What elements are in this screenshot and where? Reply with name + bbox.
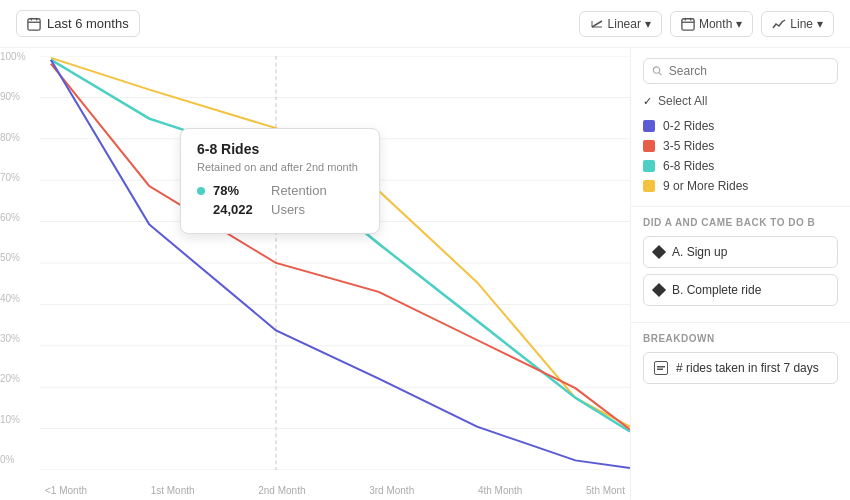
breakdown-section-label: BREAKDOWN [643, 333, 838, 344]
breakdown-icon [654, 361, 668, 375]
x-label-2ndmonth: 2nd Month [258, 485, 305, 496]
legend-color-9plus [643, 180, 655, 192]
line-chevron: ▾ [817, 17, 823, 31]
linear-control-button[interactable]: Linear ▾ [579, 11, 662, 37]
linear-icon [590, 17, 604, 31]
tooltip-retention-value: 78% [213, 183, 263, 198]
x-label-5thmonth: 5th Mont [586, 485, 625, 496]
legend-item-6-8[interactable]: 6-8 Rides [643, 156, 838, 176]
y-label-50: 50% [0, 252, 36, 263]
main-content: 100% 90% 80% 70% 60% 50% 40% 30% 20% 10%… [0, 48, 850, 500]
svg-point-24 [653, 67, 659, 73]
svg-rect-26 [657, 366, 665, 368]
y-label-20: 20% [0, 373, 36, 384]
svg-rect-0 [28, 18, 40, 29]
y-label-40: 40% [0, 292, 36, 303]
linear-label: Linear [608, 17, 641, 31]
legend-search-box[interactable] [643, 58, 838, 84]
x-label-3rdmonth: 3rd Month [369, 485, 414, 496]
svg-rect-27 [657, 369, 663, 371]
legend-section: ✓ Select All 0-2 Rides 3-5 Rides 6-8 Rid… [631, 48, 850, 207]
legend-label-9plus: 9 or More Rides [663, 179, 748, 193]
y-label-90: 90% [0, 91, 36, 102]
month-label: Month [699, 17, 732, 31]
legend-item-3-5[interactable]: 3-5 Rides [643, 136, 838, 156]
tooltip-retention-row: 78% Retention [197, 183, 363, 198]
breakdown-button-label: # rides taken in first 7 days [676, 361, 819, 375]
tooltip-users-value: 24,022 [213, 202, 263, 217]
legend-color-0-2 [643, 120, 655, 132]
linear-chevron: ▾ [645, 17, 651, 31]
legend-label-6-8: 6-8 Rides [663, 159, 714, 173]
legend-search-input[interactable] [669, 64, 829, 78]
action-b-button[interactable]: B. Complete ride [643, 274, 838, 306]
legend-item-0-2[interactable]: 0-2 Rides [643, 116, 838, 136]
tooltip-users-label: Users [271, 202, 305, 217]
breakdown-section: BREAKDOWN # rides taken in first 7 days [631, 323, 850, 394]
calendar-icon [27, 17, 41, 31]
date-filter-button[interactable]: Last 6 months [16, 10, 140, 37]
line-control-button[interactable]: Line ▾ [761, 11, 834, 37]
x-label-4thmonth: 4th Month [478, 485, 522, 496]
month-calendar-icon [681, 17, 695, 31]
y-label-60: 60% [0, 212, 36, 223]
breakdown-svg-icon [656, 363, 666, 373]
y-label-80: 80% [0, 131, 36, 142]
chart-svg [40, 56, 630, 470]
y-label-70: 70% [0, 171, 36, 182]
svg-line-4 [592, 21, 602, 27]
tooltip-dot [197, 187, 205, 195]
month-chevron: ▾ [736, 17, 742, 31]
y-label-100: 100% [0, 51, 36, 62]
svg-line-25 [659, 72, 662, 75]
tooltip-subtitle: Retained on and after 2nd month [197, 161, 363, 173]
legend-label-0-2: 0-2 Rides [663, 119, 714, 133]
x-label-1stmonth: 1st Month [151, 485, 195, 496]
line-label: Line [790, 17, 813, 31]
action-a-button[interactable]: A. Sign up [643, 236, 838, 268]
select-all[interactable]: ✓ Select All [643, 92, 838, 110]
action-b-label: B. Complete ride [672, 283, 761, 297]
tooltip-users-dot [197, 206, 205, 214]
select-all-checkmark: ✓ [643, 95, 652, 108]
month-control-button[interactable]: Month ▾ [670, 11, 753, 37]
x-label-lt1month: <1 Month [45, 485, 87, 496]
breakdown-button[interactable]: # rides taken in first 7 days [643, 352, 838, 384]
tooltip-retention-label: Retention [271, 183, 327, 198]
legend-color-6-8 [643, 160, 655, 172]
chart-area: 100% 90% 80% 70% 60% 50% 40% 30% 20% 10%… [0, 48, 630, 500]
tooltip-users-row: 24,022 Users [197, 202, 363, 217]
legend-label-3-5: 3-5 Rides [663, 139, 714, 153]
top-bar: Last 6 months Linear ▾ Month ▾ [0, 0, 850, 48]
legend-color-3-5 [643, 140, 655, 152]
date-filter-label: Last 6 months [47, 16, 129, 31]
tooltip-title: 6-8 Rides [197, 141, 363, 157]
top-right-controls: Linear ▾ Month ▾ Line ▾ [579, 11, 834, 37]
svg-rect-7 [682, 18, 694, 29]
legend-item-9plus[interactable]: 9 or More Rides [643, 176, 838, 196]
chart-tooltip: 6-8 Rides Retained on and after 2nd mont… [180, 128, 380, 234]
line-chart-icon [772, 17, 786, 31]
right-panel: ✓ Select All 0-2 Rides 3-5 Rides 6-8 Rid… [630, 48, 850, 500]
chart-svg-wrapper: <1 Month 1st Month 2nd Month 3rd Month 4… [40, 56, 630, 470]
diamond-a-icon [652, 245, 666, 259]
actions-section-label: DID A AND CAME BACK TO DO B [643, 217, 838, 228]
select-all-label: Select All [658, 94, 707, 108]
y-label-10: 10% [0, 413, 36, 424]
y-label-30: 30% [0, 333, 36, 344]
search-icon [652, 65, 663, 77]
actions-section: DID A AND CAME BACK TO DO B A. Sign up B… [631, 207, 850, 323]
action-a-label: A. Sign up [672, 245, 727, 259]
diamond-b-icon [652, 283, 666, 297]
y-label-0: 0% [0, 453, 36, 464]
